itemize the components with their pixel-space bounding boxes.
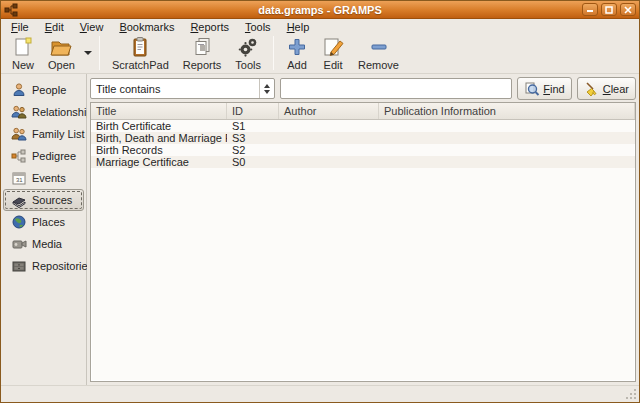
sidebar-item-sources[interactable]: Sources [3,189,84,211]
menu-bookmarks[interactable]: Bookmarks [111,20,182,34]
status-bar [1,385,639,402]
clipboard-icon [129,36,151,59]
table-row[interactable]: Birth, Death and Marriage R... S3 [91,132,635,144]
cell-title: Birth, Death and Marriage R... [91,132,227,144]
combobox-spinner-icon[interactable] [259,79,274,98]
sidebar-item-relationships[interactable]: Relationships [3,101,84,123]
sidebar-item-label: Sources [32,194,72,206]
new-button[interactable]: New [5,34,41,72]
cell-title: Birth Records [91,144,227,156]
sidebar-item-label: Repositories [32,260,93,272]
filter-type-combobox[interactable]: Title contains [90,78,275,99]
chevron-down-icon [84,51,92,55]
menu-edit[interactable]: Edit [37,20,72,34]
clear-label: Clear [603,83,629,95]
toolbar-label: New [12,59,34,71]
edit-pencil-icon [322,36,344,59]
toolbar-separator [273,36,274,70]
toolbar-label: Edit [324,59,343,71]
add-button[interactable]: Add [279,34,315,72]
resize-grip[interactable] [625,388,637,400]
table-row[interactable]: Birth Records S2 [91,144,635,156]
svg-text:31: 31 [16,177,23,183]
menu-tools[interactable]: Tools [237,20,279,34]
menu-reports[interactable]: Reports [182,20,237,34]
menu-bar: File Edit View Bookmarks Reports Tools H… [1,19,639,34]
find-label: Find [543,83,564,95]
close-icon [624,6,632,14]
sidebar-item-media[interactable]: Media [3,233,84,255]
maximize-icon [605,6,613,14]
toolbar-label: Reports [183,59,222,71]
sources-table: Title ID Author Publication Information … [90,102,636,382]
gramps-window: data.gramps - GRAMPS File Edit View Book… [0,0,640,403]
toolbar-label: Remove [358,59,399,71]
table-body: Birth Certificate S1 Birth, Death and Ma… [91,120,635,381]
titlebar[interactable]: data.gramps - GRAMPS [1,1,639,19]
sidebar-item-family-list[interactable]: Family List [3,123,84,145]
filter-type-value: Title contains [91,83,259,95]
sidebar-item-label: Events [32,172,66,184]
family-icon [11,126,27,142]
tools-button[interactable]: Tools [228,34,268,72]
new-document-icon [12,36,34,59]
column-header-author[interactable]: Author [279,103,379,119]
sidebar-item-events[interactable]: 31 Events [3,167,84,189]
filter-bar: Title contains Find [87,74,639,102]
sidebar-item-repositories[interactable]: Repositories [3,255,84,277]
sidebar-item-label: Family List [32,128,85,140]
reports-button[interactable]: Reports [176,34,229,72]
toolbar-label: Add [287,59,307,71]
calendar-icon: 31 [11,170,27,186]
column-header-title[interactable]: Title [91,103,227,119]
book-icon [11,192,27,208]
minimize-icon [586,6,594,13]
reports-document-icon [191,36,213,59]
pedigree-icon [11,148,27,164]
minimize-button[interactable] [582,3,598,16]
cell-title: Marriage Certificae [91,156,227,168]
plus-icon [286,36,308,59]
sidebar-item-label: Pedigree [32,150,76,162]
minus-icon [368,36,390,59]
toolbar-label: ScratchPad [112,59,169,71]
sidebar-item-places[interactable]: Places [3,211,84,233]
menu-file[interactable]: File [3,20,37,34]
toolbar-label: Tools [235,59,261,71]
clear-button[interactable]: Clear [577,77,636,100]
cell-id: S3 [227,132,279,144]
menu-help[interactable]: Help [279,20,318,34]
maximize-button[interactable] [601,3,617,16]
column-header-publication[interactable]: Publication Information [379,103,635,119]
sidebar-item-pedigree[interactable]: Pedigree [3,145,84,167]
sidebar-item-label: Places [32,216,65,228]
gramps-pedigree-icon [4,3,18,17]
remove-button[interactable]: Remove [351,34,406,72]
table-row[interactable]: Marriage Certificae S0 [91,156,635,168]
broom-icon [584,81,600,97]
two-people-icon [11,104,27,120]
scratchpad-button[interactable]: ScratchPad [105,34,176,72]
cell-id: S1 [227,120,279,132]
sidebar-item-label: People [32,84,66,96]
media-icon [11,236,27,252]
search-input[interactable] [280,78,512,99]
gears-icon [237,36,259,59]
toolbar-label: Open [48,59,75,71]
table-row[interactable]: Birth Certificate S1 [91,120,635,132]
menu-view[interactable]: View [72,20,112,34]
table-header: Title ID Author Publication Information [91,103,635,120]
cell-title: Birth Certificate [91,120,227,132]
toolbar: New Open [1,34,639,74]
magnifier-icon [524,81,540,97]
open-button[interactable]: Open [41,34,82,72]
close-button[interactable] [620,3,636,16]
open-dropdown-button[interactable] [82,36,94,70]
toolbar-separator [99,36,100,70]
column-header-id[interactable]: ID [227,103,279,119]
sidebar-item-people[interactable]: People [3,79,84,101]
edit-button[interactable]: Edit [315,34,351,72]
find-button[interactable]: Find [517,77,571,100]
sidebar-item-label: Media [32,238,62,250]
open-folder-icon [49,36,73,59]
